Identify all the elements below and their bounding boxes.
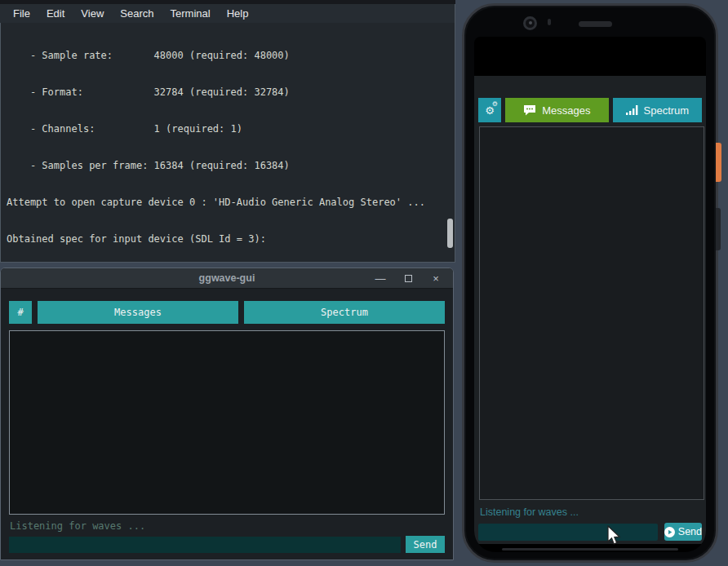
hash-tab-button[interactable]: # bbox=[9, 301, 32, 324]
menu-terminal[interactable]: Terminal bbox=[162, 7, 219, 20]
window-title: ggwave-gui bbox=[199, 272, 255, 284]
terminal-output[interactable]: - Sample rate: 48000 (required: 48000) -… bbox=[0, 23, 455, 263]
phone-ggwave-app: ⚙ ⚙ Messages bbox=[474, 76, 706, 544]
window-controls: — × bbox=[366, 268, 450, 289]
terminal-window: File Edit View Search Terminal Help - Sa… bbox=[0, 0, 455, 263]
phone-messages-tab-label: Messages bbox=[542, 104, 590, 117]
menu-view[interactable]: View bbox=[73, 7, 112, 20]
terminal-scrollbar-thumb[interactable] bbox=[447, 219, 453, 248]
phone-message-input[interactable] bbox=[478, 524, 658, 541]
phone-screen: ⚙ ⚙ Messages bbox=[474, 37, 706, 552]
menu-help[interactable]: Help bbox=[219, 7, 257, 20]
gui-toolbar: # Messages Spectrum bbox=[9, 301, 445, 324]
window-titlebar[interactable]: ggwave-gui — × bbox=[1, 268, 453, 289]
terminal-line: - Samples per frame: 16384 (required: 16… bbox=[7, 160, 455, 172]
phone-messages-display-area bbox=[479, 126, 704, 500]
phone-sensor bbox=[548, 19, 551, 25]
terminal-line: - Format: 32784 (required: 32784) bbox=[7, 86, 455, 99]
phone-power-button bbox=[716, 143, 721, 182]
speech-bubble-icon bbox=[523, 104, 536, 116]
phone-message-input-row: Send bbox=[478, 523, 702, 541]
desktop: { "terminal": { "menu_items": ["File", "… bbox=[0, 0, 728, 566]
phone-send-button[interactable]: Send bbox=[664, 523, 702, 541]
phone-home-indicator bbox=[502, 548, 678, 551]
phone-spectrum-tab-label: Spectrum bbox=[644, 104, 690, 117]
phone-app-toolbar: ⚙ ⚙ Messages bbox=[478, 98, 702, 122]
menu-search[interactable]: Search bbox=[112, 7, 162, 20]
spectrum-tab-button[interactable]: Spectrum bbox=[244, 301, 445, 324]
phone-front-camera bbox=[523, 16, 537, 30]
terminal-line: - Channels: 1 (required: 1) bbox=[7, 123, 455, 135]
messages-display-area bbox=[9, 330, 445, 515]
terminal-line: - Sample rate: 48000 (required: 48000) bbox=[7, 50, 455, 62]
close-button[interactable]: × bbox=[422, 268, 450, 289]
send-button[interactable]: Send bbox=[406, 536, 445, 553]
listening-status-text: Listening for waves ... bbox=[10, 520, 453, 532]
phone-messages-tab-button[interactable]: Messages bbox=[505, 98, 609, 122]
bar-chart-icon bbox=[626, 105, 638, 115]
maximize-button[interactable] bbox=[394, 268, 422, 289]
play-circle-icon bbox=[664, 527, 675, 537]
message-input-row: Send bbox=[9, 536, 445, 553]
phone-earpiece-speaker bbox=[579, 21, 612, 27]
menu-edit[interactable]: Edit bbox=[38, 7, 73, 20]
terminal-line: Obtained spec for input device (SDL Id =… bbox=[7, 233, 455, 245]
message-input[interactable] bbox=[9, 537, 401, 553]
settings-button[interactable]: ⚙ ⚙ bbox=[478, 98, 501, 122]
maximize-icon bbox=[405, 275, 412, 282]
small-gear-icon: ⚙ bbox=[492, 101, 498, 108]
phone-spectrum-tab-button[interactable]: Spectrum bbox=[613, 98, 702, 122]
phone-listening-status-text: Listening for waves ... bbox=[480, 506, 706, 518]
messages-tab-button[interactable]: Messages bbox=[38, 301, 238, 324]
terminal-line: Attempt to open capture device 0 : 'HD-A… bbox=[7, 197, 455, 209]
menu-file[interactable]: File bbox=[5, 7, 38, 20]
phone-send-label: Send bbox=[678, 526, 702, 537]
phone-device-frame: ⚙ ⚙ Messages bbox=[462, 3, 718, 563]
ggwave-gui-window: ggwave-gui — × # Messages Spectrum Liste… bbox=[0, 268, 454, 560]
phone-volume-button bbox=[716, 208, 721, 250]
terminal-menubar: File Edit View Search Terminal Help bbox=[0, 4, 455, 23]
minimize-button[interactable]: — bbox=[366, 268, 394, 289]
